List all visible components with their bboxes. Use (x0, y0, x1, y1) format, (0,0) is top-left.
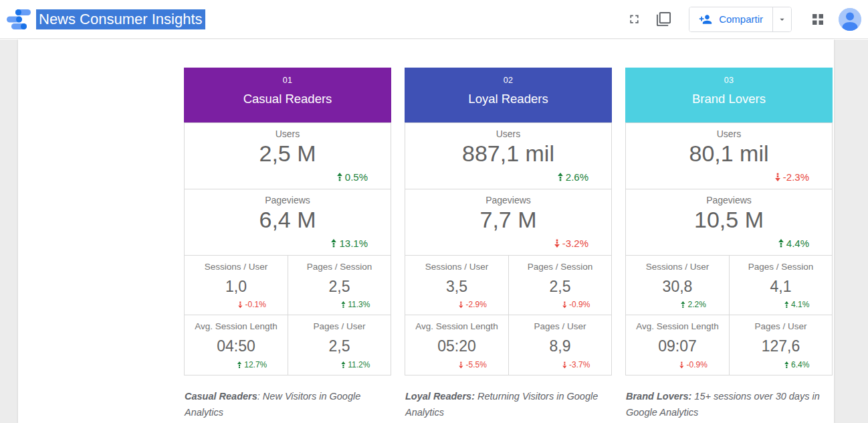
pages-per-session-scorecard: Pages / Session 2,5 11.3% (288, 256, 391, 315)
card-body: Users 80,1 mil -2.3% Pageviews 10,5 M 4.… (625, 122, 833, 375)
card-body: Users 887,1 mil 2.6% Pageviews 7,7 M -3.… (405, 122, 612, 375)
delta-badge: 4.4% (778, 238, 809, 249)
delta-badge: -2.9% (459, 300, 487, 309)
app-header: News Consumer Insights Compartir (0, 0, 868, 39)
metric-label: Users (185, 123, 391, 139)
delta-value: 4.4% (786, 238, 809, 249)
delta-value: -0.9% (569, 300, 590, 309)
card-number: 01 (184, 68, 391, 85)
sessions-per-user-scorecard: Sessions / User 1,0 -0.1% (185, 256, 288, 315)
metric-value: 4,1 (730, 278, 832, 296)
sessions-per-user-scorecard: Sessions / User 3,5 -2.9% (405, 256, 508, 315)
metric-label: Pages / Session (730, 256, 832, 272)
delta-badge: 0.5% (337, 171, 368, 183)
share-button-group: Compartir (689, 7, 792, 32)
copy-pages-icon (656, 11, 671, 27)
card-footnote: Loyal Readers: Returning Visitors in Goo… (405, 388, 606, 420)
dropdown-caret-icon (777, 13, 787, 25)
metrics-grid: Sessions / User 30,8 2.2% Pages / Sessio… (626, 256, 832, 375)
delta-badge: -0.9% (679, 360, 708, 369)
card-footnote: Casual Readers: New Visitors in Google A… (185, 388, 385, 420)
arrow-icon (341, 361, 346, 369)
metric-label: Pages / User (288, 315, 391, 331)
arrow-icon (679, 361, 684, 369)
arrow-icon (784, 301, 789, 309)
delta-badge: 2.6% (558, 171, 588, 183)
metric-value: 2,5 (288, 278, 391, 296)
fullscreen-button[interactable] (625, 9, 644, 29)
delta-value: -3.7% (569, 360, 590, 369)
metric-label: Pages / Session (288, 256, 391, 272)
delta-badge: 13.1% (331, 238, 368, 249)
pages-per-session-scorecard: Pages / Session 4,1 4.1% (729, 256, 832, 315)
card-brand-lovers: 03 Brand Lovers Users 80,1 mil -2.3% Pag… (625, 68, 833, 122)
arrow-icon (238, 301, 243, 309)
delta-value: -2.3% (783, 171, 809, 183)
metric-label: Avg. Session Length (626, 315, 729, 331)
metric-value: 05:20 (405, 337, 508, 355)
metric-value: 09:07 (626, 337, 729, 355)
fullscreen-icon (627, 12, 641, 26)
pages-per-user-scorecard: Pages / User 127,6 6.4% (729, 315, 832, 375)
metric-label: Pages / User (509, 315, 611, 331)
delta-badge: -0.1% (238, 300, 266, 309)
pages-copy-button[interactable] (653, 9, 674, 29)
share-button[interactable]: Compartir (689, 7, 772, 31)
card-footnote: Brand Lovers: 15+ sessions over 30 days … (626, 388, 827, 420)
pages-per-user-scorecard: Pages / User 2,5 11.2% (288, 315, 391, 375)
card-number: 03 (625, 68, 833, 85)
arrow-icon (562, 301, 567, 309)
card-title: Loyal Readers (405, 92, 612, 106)
metric-label: Avg. Session Length (185, 315, 288, 331)
share-button-label: Compartir (719, 13, 763, 25)
delta-badge: -5.5% (459, 360, 487, 369)
avg-session-length-scorecard: Avg. Session Length 09:07 -0.9% (626, 315, 729, 375)
avg-session-length-scorecard: Avg. Session Length 05:20 -5.5% (405, 315, 508, 375)
arrow-icon (562, 361, 567, 369)
arrow-icon (237, 361, 242, 369)
metric-value: 7,7 M (405, 207, 611, 233)
card-header-band: 03 Brand Lovers (625, 68, 833, 122)
pages-per-user-scorecard: Pages / User 8,9 -3.7% (508, 315, 611, 375)
arrow-icon (681, 301, 685, 309)
delta-value: -0.9% (687, 360, 708, 369)
delta-badge: 11.3% (341, 300, 370, 309)
delta-value: 11.3% (348, 300, 370, 309)
arrow-icon (554, 239, 560, 248)
metric-value: 2,5 M (185, 141, 391, 167)
avatar-person-icon (839, 8, 861, 31)
delta-value: 0.5% (345, 171, 368, 183)
card-body: Users 2,5 M 0.5% Pageviews 6,4 M 13.1% S… (184, 122, 391, 375)
sessions-per-user-scorecard: Sessions / User 30,8 2.2% (626, 256, 729, 315)
delta-value: -5.5% (466, 360, 487, 369)
metric-label: Pageviews (185, 189, 391, 205)
delta-value: -3.2% (562, 238, 588, 249)
delta-value: -2.9% (466, 300, 487, 309)
arrow-icon (341, 301, 346, 309)
metric-value: 04:50 (185, 337, 288, 355)
card-title: Casual Readers (184, 92, 391, 106)
metric-value: 8,9 (509, 337, 611, 355)
metric-label: Users (626, 123, 832, 139)
arrow-icon (775, 173, 780, 181)
pageviews-scorecard: Pageviews 7,7 M -3.2% (405, 189, 611, 256)
pageviews-scorecard: Pageviews 6,4 M 13.1% (185, 189, 391, 256)
metric-value: 1,0 (185, 278, 288, 296)
delta-badge: -3.7% (562, 360, 590, 369)
apps-grid-button[interactable] (809, 11, 827, 28)
metric-value: 127,6 (730, 337, 832, 355)
share-dropdown-button[interactable] (772, 7, 791, 31)
pageviews-scorecard: Pageviews 10,5 M 4.4% (626, 189, 832, 256)
card-title: Brand Lovers (625, 92, 833, 106)
metric-value: 2,5 (509, 278, 611, 296)
delta-badge: -3.2% (554, 238, 588, 249)
avatar[interactable] (839, 8, 861, 31)
delta-badge: 4.1% (784, 300, 810, 309)
arrow-icon (784, 361, 789, 369)
report-title: News Consumer Insights (36, 9, 205, 29)
metric-value: 10,5 M (626, 207, 832, 233)
metric-value: 80,1 mil (626, 141, 832, 167)
users-scorecard: Users 2,5 M 0.5% (185, 123, 391, 189)
metric-label: Avg. Session Length (405, 315, 508, 331)
person-add-icon (699, 13, 712, 26)
